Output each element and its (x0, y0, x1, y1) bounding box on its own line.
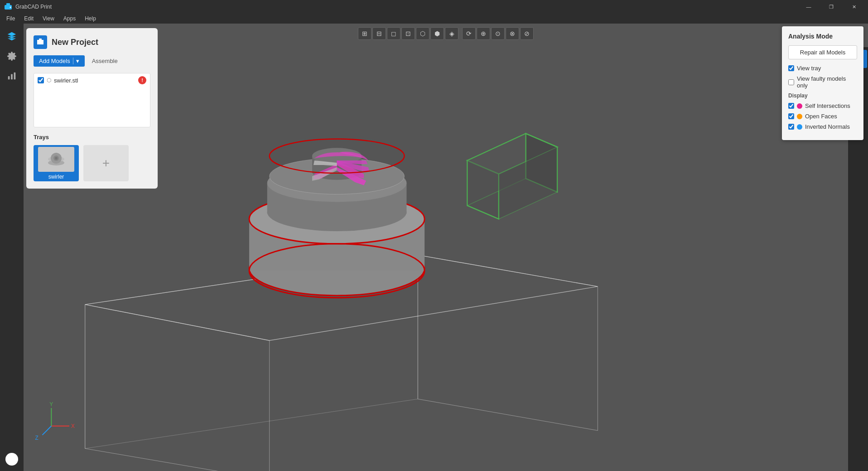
view-faulty-checkbox[interactable] (788, 79, 794, 85)
self-intersections-label: Self Intersections (805, 102, 850, 109)
view-tray-label: View tray (797, 65, 821, 72)
panel-header: New Project (34, 35, 150, 49)
tray-item-swirler[interactable]: swirler (34, 145, 79, 181)
menu-help[interactable]: Help (80, 14, 101, 24)
model-file-icon: ⬡ (47, 77, 51, 83)
tray-thumbnail (38, 147, 74, 172)
svg-point-2 (10, 7, 11, 8)
project-panel: New Project Add Models ▾ Assemble ⬡ swir… (26, 28, 158, 189)
svg-rect-6 (14, 73, 16, 80)
trays-label: Trays (34, 134, 150, 141)
display-item-inverted-normals: Inverted Normals (788, 123, 857, 130)
add-models-button[interactable]: Add Models ▾ (34, 55, 85, 67)
toolbar-btn-9[interactable]: ⊕ (477, 27, 490, 40)
svg-rect-4 (8, 76, 10, 79)
model-checkbox[interactable] (38, 77, 44, 83)
titlebar: GrabCAD Print — ❐ ✕ (0, 0, 868, 14)
tray-item-add[interactable]: + (83, 145, 129, 181)
toolbar-btn-3[interactable]: ◻ (387, 27, 400, 40)
menubar: File Edit View Apps Help (0, 14, 868, 24)
sidebar-item-jobs[interactable] (4, 48, 20, 64)
sidebar-item-models[interactable] (4, 28, 20, 44)
svg-text:Y: Y (49, 401, 53, 408)
display-item-open-faces: Open Faces (788, 113, 857, 120)
add-tray-icon: + (102, 156, 110, 170)
svg-text:X: X (71, 423, 75, 429)
display-item-self-intersections: Self Intersections (788, 102, 857, 109)
trays-grid: swirler + (34, 145, 150, 181)
analysis-panel: Analysis Mode Repair all Models View tra… (782, 26, 863, 140)
model-item[interactable]: ⬡ swirler.stl ! (34, 73, 150, 87)
inverted-normals-checkbox[interactable] (788, 124, 794, 130)
svg-rect-7 (39, 39, 42, 40)
project-title: New Project (52, 38, 98, 47)
open-faces-checkbox[interactable] (788, 113, 794, 119)
self-intersections-color-dot (797, 103, 802, 109)
svg-point-12 (55, 157, 58, 160)
menu-view[interactable]: View (38, 14, 59, 24)
toolbar-btn-7[interactable]: ◈ (445, 27, 458, 40)
toolbar-btn-10[interactable]: ⊙ (491, 27, 505, 40)
window-controls: — ❐ ✕ (798, 0, 864, 14)
view-tray-checkbox[interactable] (788, 65, 794, 71)
sidebar-bottom-circle (5, 453, 18, 466)
repair-all-button[interactable]: Repair all Models (788, 45, 857, 59)
assemble-button[interactable]: Assemble (88, 55, 121, 67)
svg-text:Z: Z (35, 435, 39, 441)
project-icon (34, 35, 47, 49)
restore-button[interactable]: ❐ (821, 0, 842, 14)
view-faulty-label: View faulty models only (797, 75, 857, 89)
self-intersections-checkbox[interactable] (788, 103, 794, 109)
menu-apps[interactable]: Apps (59, 14, 80, 24)
display-section-title: Display (788, 92, 857, 99)
analysis-title: Analysis Mode (788, 33, 857, 40)
menu-file[interactable]: File (2, 14, 19, 24)
toolbar-btn-4[interactable]: ⊡ (401, 27, 415, 40)
inverted-normals-color-dot (797, 124, 802, 130)
view-tray-row: View tray (788, 65, 857, 72)
toolbar-btn-12[interactable]: ⊘ (520, 27, 534, 40)
panel-toolbar: Add Models ▾ Assemble (34, 55, 150, 67)
svg-rect-5 (11, 74, 13, 79)
window-title: GrabCAD Print (15, 4, 798, 10)
inverted-normals-label: Inverted Normals (805, 123, 850, 130)
toolbar-btn-2[interactable]: ⊟ (372, 27, 386, 40)
sidebar-item-stats[interactable] (4, 68, 20, 84)
toolbar-btn-11[interactable]: ⊗ (506, 27, 519, 40)
open-faces-label: Open Faces (805, 113, 837, 120)
minimize-button[interactable]: — (798, 0, 819, 14)
model-list: ⬡ swirler.stl ! (34, 73, 150, 127)
menu-edit[interactable]: Edit (19, 14, 38, 24)
model-name: swirler.stl (54, 77, 135, 84)
toolbar-btn-8[interactable]: ⟳ (462, 27, 476, 40)
error-badge: ! (138, 76, 146, 84)
toolbar-btn-6[interactable]: ⬢ (430, 27, 444, 40)
close-button[interactable]: ✕ (844, 0, 864, 14)
app-icon (4, 2, 13, 11)
toolbar-btn-5[interactable]: ⬡ (416, 27, 429, 40)
toolbar-btn-1[interactable]: ⊞ (358, 27, 371, 40)
view-faulty-row: View faulty models only (788, 75, 857, 89)
tray-name: swirler (48, 174, 64, 180)
left-sidebar (0, 24, 24, 471)
dropdown-arrow-icon[interactable]: ▾ (73, 58, 79, 64)
svg-rect-1 (6, 3, 10, 5)
open-faces-color-dot (797, 114, 802, 119)
